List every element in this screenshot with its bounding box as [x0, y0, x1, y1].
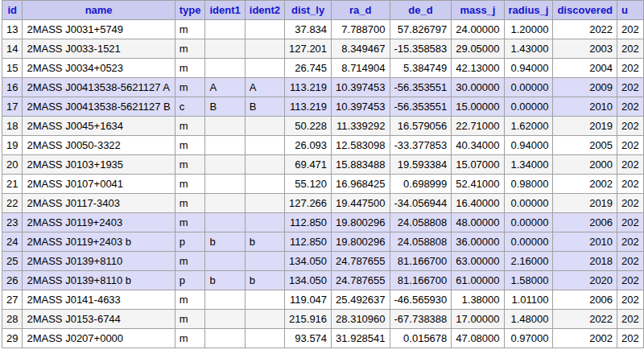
table-row[interactable]: 282MASS J0153-6744m215.91628.310960-67.7… [2, 310, 644, 329]
cell-mass_j[interactable]: 36.00000 [452, 232, 504, 252]
cell-id[interactable]: 13 [2, 20, 23, 39]
table-row[interactable]: 202MASS J0103+1935m69.47115.88348819.593… [2, 155, 644, 175]
cell-id[interactable]: 28 [2, 310, 23, 329]
cell-radius_j[interactable]: 1.20000 [504, 20, 553, 39]
column-header-name[interactable]: name [23, 1, 175, 20]
cell-mass_j[interactable]: 1.38000 [452, 290, 504, 310]
cell-ra_d[interactable]: 16.968425 [332, 175, 390, 194]
column-header-mass_j[interactable]: mass_j [452, 1, 504, 20]
cell-ra_d[interactable]: 19.800296 [332, 213, 390, 232]
cell-mass_j[interactable]: 52.41000 [452, 175, 504, 194]
cell-discovered[interactable]: 2005 [553, 136, 617, 155]
cell-discovered[interactable]: 2010 [553, 232, 617, 252]
cell-dist_ly[interactable]: 215.916 [285, 310, 332, 329]
cell-type[interactable]: m [175, 136, 205, 155]
cell-radius_j[interactable]: 1.58000 [504, 271, 553, 290]
cell-id[interactable]: 29 [2, 329, 23, 348]
table-row[interactable]: 212MASS J0107+0041m55.12016.9684250.6989… [2, 175, 644, 194]
cell-ident2[interactable] [245, 117, 284, 136]
cell-type[interactable]: m [175, 39, 205, 59]
cell-de_d[interactable]: -67.738388 [390, 310, 452, 329]
cell-dist_ly[interactable]: 93.574 [285, 329, 332, 348]
cell-ra_d[interactable]: 24.787655 [332, 252, 390, 271]
cell-name[interactable]: 2MASS J0107+0041 [23, 175, 175, 194]
cell-id[interactable]: 19 [2, 136, 23, 155]
cell-u_clipped[interactable]: 202 [617, 310, 644, 329]
cell-radius_j[interactable]: 0.94000 [504, 136, 553, 155]
cell-name[interactable]: 2MASS J0034+0523 [23, 59, 175, 78]
cell-dist_ly[interactable]: 26.745 [285, 59, 332, 78]
cell-id[interactable]: 27 [2, 290, 23, 310]
cell-discovered[interactable]: 2018 [553, 252, 617, 271]
cell-ra_d[interactable]: 10.397453 [332, 78, 390, 97]
cell-radius_j[interactable]: 2.16000 [504, 252, 553, 271]
cell-ident2[interactable] [245, 252, 284, 271]
cell-u_clipped[interactable]: 202 [617, 213, 644, 232]
cell-u_clipped[interactable]: 202 [617, 271, 644, 290]
cell-dist_ly[interactable]: 134.050 [285, 271, 332, 290]
cell-u_clipped[interactable]: 202 [617, 155, 644, 175]
cell-type[interactable]: m [175, 290, 205, 310]
cell-ra_d[interactable]: 11.339292 [332, 117, 390, 136]
cell-mass_j[interactable]: 48.00000 [452, 213, 504, 232]
cell-ident2[interactable]: A [245, 78, 284, 97]
table-row[interactable]: 252MASS J0139+8110m134.05024.78765581.16… [2, 252, 644, 271]
cell-discovered[interactable]: 2003 [553, 39, 617, 59]
cell-ident2[interactable] [245, 310, 284, 329]
cell-ident2[interactable]: B [245, 97, 284, 117]
cell-discovered[interactable]: 2022 [553, 310, 617, 329]
cell-discovered[interactable]: 2020 [553, 271, 617, 290]
cell-u_clipped[interactable]: 202 [617, 20, 644, 39]
cell-id[interactable]: 21 [2, 175, 23, 194]
cell-de_d[interactable]: 24.058808 [390, 213, 452, 232]
cell-mass_j[interactable]: 61.00000 [452, 271, 504, 290]
cell-mass_j[interactable]: 15.00000 [452, 97, 504, 117]
cell-dist_ly[interactable]: 112.850 [285, 213, 332, 232]
cell-ident2[interactable] [245, 175, 284, 194]
cell-de_d[interactable]: 0.698999 [390, 175, 452, 194]
cell-ident1[interactable] [205, 39, 245, 59]
cell-id[interactable]: 20 [2, 155, 23, 175]
cell-radius_j[interactable]: 0.97000 [504, 329, 553, 348]
cell-discovered[interactable]: 2019 [553, 194, 617, 213]
cell-mass_j[interactable]: 63.00000 [452, 252, 504, 271]
cell-discovered[interactable]: 2004 [553, 59, 617, 78]
cell-mass_j[interactable]: 24.00000 [452, 20, 504, 39]
table-row[interactable]: 222MASS J0117-3403m127.26619.447500-34.0… [2, 194, 644, 213]
cell-u_clipped[interactable]: 202 [617, 39, 644, 59]
cell-mass_j[interactable]: 22.71000 [452, 117, 504, 136]
cell-ra_d[interactable]: 19.800296 [332, 232, 390, 252]
cell-name[interactable]: 2MASS J0139+8110 b [23, 271, 175, 290]
table-row[interactable]: 262MASS J0139+8110 bpbb134.05024.7876558… [2, 271, 644, 290]
cell-radius_j[interactable]: 0.00000 [504, 78, 553, 97]
cell-u_clipped[interactable]: 202 [617, 78, 644, 97]
cell-discovered[interactable]: 2002 [553, 175, 617, 194]
cell-type[interactable]: m [175, 59, 205, 78]
column-header-ident2[interactable]: ident2 [245, 1, 284, 20]
cell-ident2[interactable] [245, 39, 284, 59]
cell-ra_d[interactable]: 10.397453 [332, 97, 390, 117]
table-row[interactable]: 132MASS J0031+5749m37.8347.78870057.8267… [2, 20, 644, 39]
column-header-ident1[interactable]: ident1 [205, 1, 245, 20]
cell-ident2[interactable] [245, 329, 284, 348]
cell-ident2[interactable] [245, 20, 284, 39]
cell-mass_j[interactable]: 40.34000 [452, 136, 504, 155]
table-row[interactable]: 182MASS J0045+1634m50.22811.33929216.579… [2, 117, 644, 136]
cell-type[interactable]: m [175, 329, 205, 348]
table-row[interactable]: 142MASS J0033-1521m127.2018.349467-15.35… [2, 39, 644, 59]
cell-name[interactable]: 2MASS J0033-1521 [23, 39, 175, 59]
table-row[interactable]: 292MASS J0207+0000m93.57431.9285410.0156… [2, 329, 644, 348]
cell-radius_j[interactable]: 1.43000 [504, 39, 553, 59]
cell-dist_ly[interactable]: 119.047 [285, 290, 332, 310]
cell-dist_ly[interactable]: 112.850 [285, 232, 332, 252]
cell-dist_ly[interactable]: 113.219 [285, 78, 332, 97]
cell-id[interactable]: 26 [2, 271, 23, 290]
cell-ra_d[interactable]: 25.492637 [332, 290, 390, 310]
cell-name[interactable]: 2MASS J0103+1935 [23, 155, 175, 175]
cell-u_clipped[interactable]: 202 [617, 232, 644, 252]
cell-ra_d[interactable]: 31.928541 [332, 329, 390, 348]
cell-name[interactable]: 2MASS J0119+2403 b [23, 232, 175, 252]
cell-dist_ly[interactable]: 127.266 [285, 194, 332, 213]
cell-type[interactable]: c [175, 97, 205, 117]
cell-ident1[interactable]: b [205, 232, 245, 252]
